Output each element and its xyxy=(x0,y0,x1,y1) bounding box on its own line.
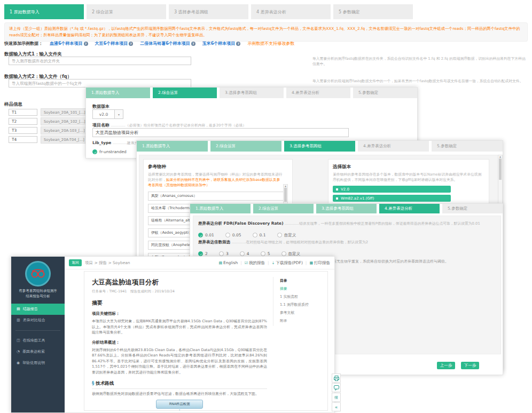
help-icon[interactable]: ? xyxy=(191,42,195,46)
tab-raw-data-import[interactable]: 1.原始数据导入 xyxy=(86,88,150,98)
sample-name-input[interactable] xyxy=(9,118,37,125)
wizard-c-tabs: 1.原始数据导入 2.综合运算 3.选择参考基因组 4.差异表达分析 5.参数确… xyxy=(137,141,503,152)
sidebar-item-gene-search[interactable]: ◔基因表达检索 xyxy=(11,346,65,358)
next-step-button[interactable]: 下一步 xyxy=(461,362,479,369)
radio-icon xyxy=(281,251,286,256)
print-report-link[interactable]: ▦打印报告 xyxy=(309,260,330,266)
fdr-option[interactable]: 0.05 xyxy=(225,233,241,237)
print-button[interactable] xyxy=(332,374,341,383)
folder-input[interactable] xyxy=(9,57,191,65)
my-reports-link[interactable]: ☑我的报告 xyxy=(245,260,265,266)
version-button[interactable]: V2.0 xyxy=(333,186,451,193)
example-note: 示例数据不支持修改参数 xyxy=(247,41,294,46)
report-icon: ▤ xyxy=(17,307,20,311)
fc-option[interactable]: 2 xyxy=(198,251,208,256)
report-topbar: 返回 项目 > 报告 > Soybean ▤English | ☑我的报告 | … xyxy=(65,257,334,269)
background-label: 项目关键指标： xyxy=(92,311,267,316)
app-logo-icon xyxy=(25,261,51,287)
fdr-option-custom[interactable]: 自定义 xyxy=(277,233,296,238)
sidebar-item-report[interactable]: ▤结题报告 xyxy=(11,304,65,315)
fdr-option[interactable]: 0.1 xyxy=(253,233,266,237)
back-button[interactable]: 返回 xyxy=(69,259,82,266)
toc-item[interactable]: 参考文献 xyxy=(280,310,327,315)
project-name-input[interactable] xyxy=(92,128,349,137)
english-link[interactable]: ▤English xyxy=(218,260,238,265)
toc-item[interactable]: 1 实验流程 xyxy=(280,294,327,299)
sample-name-input[interactable] xyxy=(9,136,37,143)
sample-info-heading: 样品信息 xyxy=(4,101,22,108)
tab-reference-genome[interactable]: 3.选择参考基因组 xyxy=(284,141,355,152)
example-link-soybean[interactable]: 大豆6个样本项目? xyxy=(95,41,134,46)
sample-name-input[interactable] xyxy=(9,127,37,134)
fc-option[interactable]: 4 xyxy=(240,251,249,256)
tab-compute[interactable]: 2.综合运算 xyxy=(210,141,281,152)
tab-raw-data-import[interactable]: 1.原始数据导入 xyxy=(190,204,251,213)
sample-name-input[interactable] xyxy=(9,109,37,116)
prev-step-button[interactable]: 上一步 xyxy=(437,362,455,369)
help-icon[interactable]: ? xyxy=(129,42,133,46)
help-icon[interactable]: ? xyxy=(236,42,240,46)
fdr-options: 0.01 0.05 0.1 自定义 xyxy=(198,229,304,240)
divider: | xyxy=(268,260,269,265)
example-link-maize[interactable]: 玉米6个样本项目? xyxy=(202,41,241,46)
tab-reference-genome[interactable]: 3.选择参考基因组 xyxy=(220,88,284,98)
data-version-label: 数据版本 xyxy=(92,104,109,109)
tab-compute[interactable]: 2 综合运算 xyxy=(87,4,166,19)
printer-icon: ▦ xyxy=(309,261,313,265)
report-shortcut-button[interactable]: 报 xyxy=(332,393,341,402)
tab-diff-expression[interactable]: 4.差异表达分析 xyxy=(379,204,440,213)
radio-icon xyxy=(219,251,224,256)
toc-item[interactable]: 1.1 测序数据质控 xyxy=(280,302,327,307)
example-link-blood[interactable]: 血液6个样本项目? xyxy=(50,41,88,46)
toc-item[interactable]: 附录 xyxy=(280,318,327,323)
tab-confirm-params[interactable]: 5.参数确定 xyxy=(353,88,417,98)
radio-icon xyxy=(253,233,257,237)
example-link-potato[interactable]: 二倍体马铃薯6个样本项目? xyxy=(140,41,195,46)
species-help-orange: 如果分析的物种不在列表中，请联系客服人员帮忙添加base数据以及参考基因组（其他… xyxy=(148,178,280,187)
species-item[interactable]: 凤梨（Ananas_comosus） xyxy=(148,192,285,201)
floating-toolbar: 报 « xyxy=(332,374,341,412)
version-button[interactable]: Wm82.a2.v1.(Gff) xyxy=(333,195,451,202)
quick-examples-row: 快速添加示例数据： 血液6个样本项目? 大豆6个样本项目? 二倍体马铃薯6个样本… xyxy=(4,41,528,46)
chevron-down-icon[interactable]: ▾ xyxy=(115,109,123,119)
tab-compute[interactable]: 2.综合运算 xyxy=(253,204,314,213)
tech-route-text: 获得测序数据后先对原始数据进行质量评估与过滤，数据合格后再进行后续信息分析，大致… xyxy=(92,391,267,397)
feedback-button[interactable] xyxy=(332,383,341,392)
fdr-help: …………错误发现率，一种在多重假设检验中校正显著性P值的指标，保证最终筛选的差异… xyxy=(285,221,480,226)
download-report-link[interactable]: ⇣下载报告(PDF) xyxy=(272,260,303,266)
tab-raw-data-import[interactable]: 1 原始数据导入 xyxy=(4,4,84,19)
tab-confirm-params[interactable]: 5.参数确定 xyxy=(442,204,503,213)
sidebar-item-plot-tools[interactable]: ◫在线绘图工具 xyxy=(11,335,65,346)
help-icon[interactable]: ? xyxy=(84,42,88,46)
fdr-option[interactable]: 0.01 xyxy=(198,233,214,237)
libtype-label: Lib_type xyxy=(92,140,111,145)
sidebar-item-help[interactable]: ◉帮助使用说明 xyxy=(11,358,65,369)
fc-option[interactable]: 5 xyxy=(261,251,270,256)
data-version-select[interactable]: v2.0 ▾ xyxy=(92,109,123,119)
libtype-option-unstranded[interactable]: fr-unstranded xyxy=(92,149,127,154)
tab-diff-expression[interactable]: 4.差异表达分析 xyxy=(358,141,429,152)
fdr-label: 差异表达分析 FDR(False Discovery Rate) xyxy=(198,221,284,226)
collapse-button[interactable]: « xyxy=(332,402,341,411)
report-title: 大豆高盐胁迫项目分析 xyxy=(92,278,267,287)
fc-option[interactable]: 3 xyxy=(219,251,229,256)
sidebar-item-diff-groups[interactable]: ▥差异对比组合 xyxy=(11,315,65,326)
fc-row: 差异表达倍数筛选 …………在对照组与处理组之间，处理组相对对照组表达量的差异倍数… xyxy=(198,240,495,245)
tab-reference-genome[interactable]: 3.选择参考基因组 xyxy=(316,204,377,213)
toc-item[interactable]: 摘要 xyxy=(280,286,327,291)
chat-icon xyxy=(334,385,339,391)
radio-icon xyxy=(240,251,245,256)
quick-examples-label: 快速添加示例数据： xyxy=(4,41,43,46)
species-title: 参考物种 xyxy=(148,164,288,170)
fastq-file-input[interactable] xyxy=(9,79,191,88)
report-meta: 任务单号：TMC-1941 报告生成时间：2019/10/24 xyxy=(92,289,267,294)
tab-diff-expression[interactable]: 4.差异表达分析 xyxy=(286,88,350,98)
tab-confirm-params[interactable]: 5.参数确定 xyxy=(432,141,503,152)
tab-compute[interactable]: 2.综合运算 xyxy=(153,88,217,98)
fc-option-custom[interactable]: 自定义 xyxy=(281,251,301,257)
tab-raw-data-import[interactable]: 1.原始数据导入 xyxy=(137,141,208,152)
project-name-label: 项目名称 xyxy=(92,123,109,128)
tab-diff-expression[interactable]: 4 差异表达分析 xyxy=(251,4,331,19)
tab-reference-genome[interactable]: 3 选择参考基因组 xyxy=(169,4,248,19)
tab-confirm-params[interactable]: 5 参数确定 xyxy=(333,4,413,19)
